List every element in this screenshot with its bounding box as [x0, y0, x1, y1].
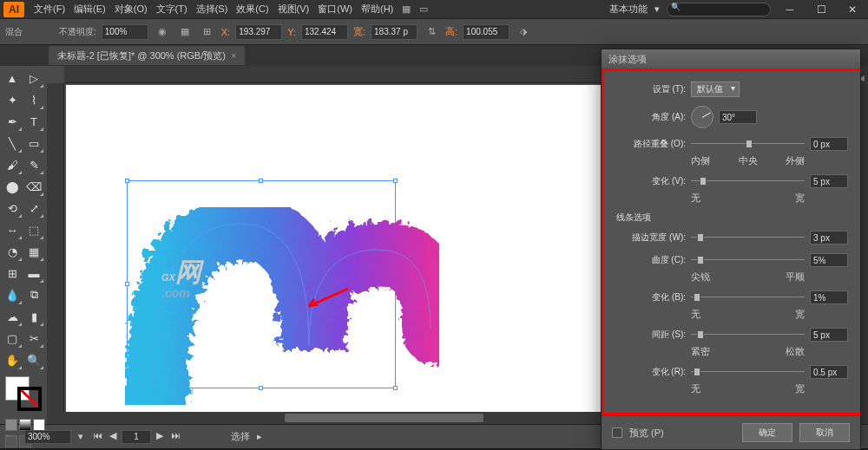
variation-v-input[interactable] — [810, 174, 848, 188]
menu-file[interactable]: 文件(F) — [30, 3, 69, 16]
overlap-input[interactable] — [810, 137, 848, 151]
overlap-label: 路径重叠 (O): — [616, 138, 686, 150]
variation-r-input[interactable] — [810, 365, 848, 379]
next-artboard-icon[interactable]: ▶ — [153, 430, 167, 444]
lasso-tool[interactable]: ⌇ — [23, 89, 44, 110]
eraser-tool[interactable]: ⌫ — [23, 176, 44, 197]
settings-label: 设置 (T): — [616, 83, 686, 95]
variation-r-slider[interactable] — [691, 366, 805, 378]
selection-tool[interactable]: ▲ — [2, 68, 23, 88]
minimize-button[interactable]: ─ — [778, 2, 802, 17]
cancel-button[interactable]: 取消 — [799, 423, 850, 442]
w-input[interactable] — [371, 24, 418, 40]
zoom-dropdown-icon[interactable]: ▾ — [78, 431, 83, 442]
status-dropdown-icon[interactable]: ▸ — [257, 431, 262, 442]
curve-input[interactable] — [810, 253, 848, 267]
arrange-icon[interactable]: ▭ — [415, 1, 432, 18]
menu-window[interactable]: 窗口(W) — [313, 3, 357, 16]
variation-b-input[interactable] — [810, 290, 848, 304]
variation-v-slider[interactable] — [691, 175, 805, 187]
curve-slider[interactable] — [691, 254, 805, 266]
color-mode-icon[interactable] — [5, 419, 17, 431]
blend-tool[interactable]: ⧉ — [23, 284, 44, 305]
stroke-swatch[interactable] — [17, 387, 42, 411]
paintbrush-tool[interactable]: 🖌 — [2, 154, 23, 175]
preview-checkbox[interactable] — [612, 427, 622, 438]
style-icon[interactable]: ◉ — [154, 23, 171, 41]
close-button[interactable]: ✕ — [840, 2, 865, 17]
rotate-tool[interactable]: ⟲ — [2, 198, 23, 218]
symbol-tool[interactable]: ☁ — [2, 306, 23, 327]
preview-label: 预览 (P) — [629, 427, 664, 440]
type-tool[interactable]: T — [23, 111, 44, 132]
opacity-input[interactable] — [102, 24, 148, 40]
prev-artboard-icon[interactable]: ◀ — [106, 430, 120, 444]
menubar: AI 文件(F) 编辑(E) 对象(O) 文字(T) 选择(S) 效果(C) 视… — [0, 0, 868, 19]
stroke-label: 描边宽度 (W): — [616, 232, 686, 244]
h-input[interactable] — [463, 24, 510, 40]
slice-tool[interactable]: ✂ — [23, 328, 44, 349]
h-label: 高: — [445, 25, 457, 38]
document-tab[interactable]: 未标题-2 [已恢复]* @ 300% (RGB/预览) × — [49, 46, 245, 65]
menu-select[interactable]: 选择(S) — [192, 3, 233, 16]
angle-dial[interactable] — [691, 106, 713, 128]
recolor-icon[interactable]: ▦ — [176, 23, 194, 41]
tab-close-icon[interactable]: × — [231, 50, 236, 61]
dialog-title[interactable]: 涂抹选项 — [602, 49, 860, 68]
menu-edit[interactable]: 编辑(E) — [69, 3, 110, 16]
blob-brush-tool[interactable]: ⬤ — [2, 176, 23, 197]
link-icon[interactable]: ⇅ — [423, 23, 440, 41]
scale-tool[interactable]: ⤢ — [23, 198, 44, 218]
direct-selection-tool[interactable]: ▷ — [23, 68, 44, 88]
artboard-page-input[interactable] — [122, 430, 151, 444]
menu-type[interactable]: 文字(T) — [152, 3, 192, 16]
zoom-input[interactable] — [24, 430, 71, 444]
first-artboard-icon[interactable]: ⏮ — [90, 430, 104, 444]
pen-tool[interactable]: ✒ — [2, 111, 23, 132]
shear-icon[interactable]: ⬗ — [515, 23, 532, 41]
settings-select[interactable]: 默认值 — [691, 82, 740, 97]
menu-object[interactable]: 对象(O) — [110, 3, 152, 16]
y-input[interactable] — [301, 24, 348, 40]
workspace-dropdown-icon[interactable]: ▾ — [654, 3, 660, 15]
pencil-tool[interactable]: ✎ — [23, 154, 44, 175]
search-input[interactable] — [667, 3, 771, 16]
toolbox: ▲ ▷ ✦ ⌇ ✒ T ╲ ▭ 🖌 ✎ ⬤ ⌫ ⟲ ⤢ ↔ ⬚ ◔ ▦ ⊞ ▬ … — [0, 66, 47, 424]
menu-view[interactable]: 视图(V) — [273, 3, 314, 16]
angle-input[interactable] — [719, 110, 757, 124]
eyedropper-tool[interactable]: 💧 — [2, 284, 23, 305]
spacing-input[interactable] — [810, 328, 848, 342]
layout-icon[interactable]: ▦ — [398, 1, 415, 18]
spacing-label: 间距 (S): — [616, 329, 686, 341]
overlap-slider[interactable] — [691, 138, 805, 150]
rectangle-tool[interactable]: ▭ — [23, 133, 44, 153]
free-transform-tool[interactable]: ⬚ — [23, 219, 44, 240]
zoom-tool[interactable]: 🔍 — [23, 349, 44, 370]
magic-wand-tool[interactable]: ✦ — [2, 89, 23, 110]
menu-help[interactable]: 帮助(H) — [357, 3, 398, 16]
workspace-label[interactable]: 基本功能 — [609, 3, 648, 16]
width-tool[interactable]: ↔ — [2, 219, 23, 240]
curve-label: 曲度 (C): — [616, 254, 686, 266]
stroke-slider[interactable] — [691, 232, 805, 244]
align-icon[interactable]: ⊞ — [199, 23, 216, 41]
shape-builder-tool[interactable]: ◔ — [2, 241, 23, 262]
color-swatch[interactable] — [5, 376, 42, 411]
stroke-input[interactable] — [810, 231, 848, 245]
line-tool[interactable]: ╲ — [2, 133, 23, 153]
mesh-tool[interactable]: ⊞ — [2, 263, 23, 284]
spacing-slider[interactable] — [691, 329, 805, 341]
gradient-tool[interactable]: ▬ — [23, 263, 44, 284]
artboard-tool[interactable]: ▢ — [2, 328, 23, 349]
ok-button[interactable]: 确定 — [742, 423, 792, 442]
variation-b-slider[interactable] — [691, 291, 805, 303]
last-artboard-icon[interactable]: ⏭ — [168, 430, 182, 444]
hand-tool[interactable]: ✋ — [2, 349, 23, 370]
x-input[interactable] — [235, 24, 282, 40]
zoom-out-icon[interactable]: ➖ — [5, 431, 17, 442]
ruler-vertical[interactable] — [47, 83, 64, 424]
perspective-tool[interactable]: ▦ — [23, 241, 44, 262]
menu-effect[interactable]: 效果(C) — [232, 3, 273, 16]
maximize-button[interactable]: ☐ — [809, 2, 833, 17]
graph-tool[interactable]: ▮ — [23, 306, 44, 327]
